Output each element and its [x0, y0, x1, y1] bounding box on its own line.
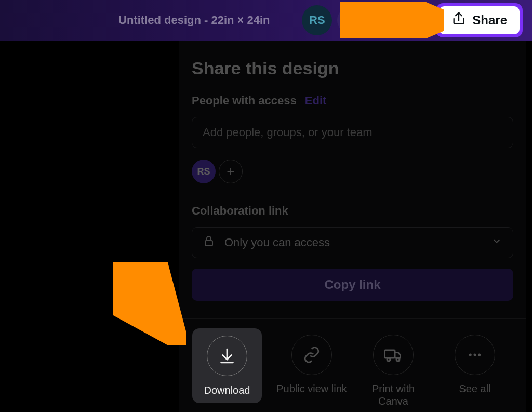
print-label: Print with Canva [357, 382, 430, 407]
print-option[interactable]: Print with Canva [357, 335, 430, 407]
divider [179, 318, 526, 319]
topbar-right: RS Share [302, 3, 523, 37]
see-all-label: See all [459, 382, 490, 395]
truck-icon [373, 335, 414, 375]
access-edit-link[interactable]: Edit [305, 94, 327, 108]
svg-point-6 [478, 354, 481, 356]
add-person-button[interactable] [219, 160, 243, 183]
chevron-down-icon [491, 235, 502, 250]
access-row: People with access Edit [192, 94, 513, 108]
download-icon [207, 336, 247, 376]
access-label: People with access [192, 94, 297, 108]
more-icon [455, 335, 495, 375]
download-label: Download [204, 384, 250, 396]
lock-icon [203, 235, 215, 250]
access-select[interactable]: Only you can access [192, 227, 513, 258]
see-all-option[interactable]: See all [438, 335, 511, 407]
user-avatar[interactable]: RS [302, 5, 332, 35]
copy-link-label: Copy link [324, 277, 380, 292]
design-title[interactable]: Untitled design - 22in × 24in [118, 14, 270, 27]
svg-point-3 [396, 358, 400, 361]
member-row: RS [192, 160, 513, 183]
public-link-option[interactable]: Public view link [275, 335, 348, 407]
member-avatar[interactable]: RS [192, 160, 216, 183]
link-icon [291, 335, 332, 375]
share-button-label: Share [472, 13, 507, 28]
svg-point-5 [474, 354, 476, 356]
comments-button[interactable] [403, 7, 431, 34]
share-button-highlight: Share [436, 3, 523, 37]
add-member-button[interactable] [337, 7, 364, 34]
collab-label: Collaboration link [192, 204, 513, 218]
access-value: Only you can access [224, 236, 330, 249]
svg-point-2 [387, 358, 390, 361]
svg-rect-1 [385, 350, 395, 358]
copy-link-button[interactable]: Copy link [192, 269, 513, 301]
svg-rect-0 [205, 241, 212, 246]
download-option[interactable]: Download [192, 328, 262, 403]
svg-point-4 [469, 354, 472, 356]
topbar: Untitled design - 22in × 24in RS Share [0, 0, 532, 41]
people-input[interactable] [192, 117, 513, 148]
share-icon [451, 11, 466, 29]
insights-button[interactable] [369, 7, 397, 34]
share-heading: Share this design [192, 58, 513, 78]
public-link-label: Public view link [276, 382, 347, 395]
share-button[interactable]: Share [439, 6, 520, 34]
